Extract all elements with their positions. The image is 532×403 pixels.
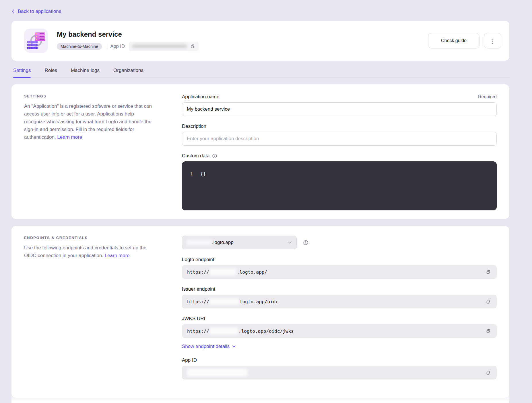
chevron-down-icon [232, 345, 236, 348]
app-logo-icon [24, 29, 48, 53]
copy-logto-endpoint-button[interactable] [485, 269, 492, 275]
logto-endpoint-field: https:// .logto.app/ [182, 265, 497, 279]
more-actions-button[interactable]: ⋮ [484, 33, 501, 48]
tab-organizations[interactable]: Organizations [113, 68, 143, 77]
jwks-uri-group: JWKS URI https:// .logto.app/oidc/jwks [182, 316, 497, 338]
tab-settings[interactable]: Settings [13, 68, 31, 77]
copy-app-id-button[interactable] [485, 369, 492, 376]
copy-icon [486, 299, 491, 304]
editor-line-number: 1 [188, 171, 193, 210]
endpoints-card-intro: ENDPOINTS & CREDENTIALS Use the followin… [24, 236, 153, 389]
endpoints-learn-more-link[interactable]: Learn more [105, 253, 130, 258]
domain-select-value: .logto.app [212, 240, 234, 245]
settings-section-description: An "Application" is a registered softwar… [24, 102, 153, 141]
custom-data-info-icon[interactable] [212, 153, 217, 159]
description-label-row: Description [182, 124, 497, 129]
settings-card-intro: SETTINGS An "Application" is a registere… [24, 94, 153, 210]
app-id-field-redacted [187, 369, 247, 376]
tab-bar: Settings Roles Machine logs Organization… [11, 68, 509, 77]
page-title: My backend service [57, 30, 199, 38]
app-id-group: App ID [182, 357, 497, 379]
endpoints-section-description: Use the following endpoints and credenti… [24, 244, 153, 259]
copy-icon[interactable] [190, 44, 195, 49]
show-endpoint-details-label: Show endpoint details [182, 344, 230, 349]
custom-data-label: Custom data [182, 153, 209, 159]
kebab-menu-icon: ⋮ [490, 38, 496, 44]
custom-data-label-row: Custom data [182, 153, 497, 159]
header-info: My backend service Machine-to-Machine Ap… [57, 30, 199, 51]
app-header-card: My backend service Machine-to-Machine Ap… [11, 21, 509, 61]
jwks-uri-suffix: .logto.app/oidc/jwks [238, 328, 294, 334]
issuer-endpoint-field: https:// logto.app/oidc [182, 295, 497, 308]
domain-redacted-prefix [187, 240, 212, 245]
endpoints-section-heading: ENDPOINTS & CREDENTIALS [24, 236, 153, 240]
jwks-uri-label-row: JWKS URI [182, 316, 497, 322]
copy-icon [486, 269, 491, 275]
logto-endpoint-label-row: Logto endpoint [182, 257, 497, 263]
issuer-endpoint-group: Issuer endpoint https:// logto.app/oidc [182, 286, 497, 308]
issuer-endpoint-prefix: https:// [187, 299, 209, 304]
domain-select-row: .logto.app [182, 236, 497, 249]
issuer-endpoint-suffix: logto.app/oidc [240, 299, 278, 304]
issuer-endpoint-redacted [210, 298, 239, 305]
app-id-chip[interactable] [129, 42, 199, 51]
chevron-down-icon [288, 241, 292, 244]
logto-endpoint-group: Logto endpoint https:// .logto.app/ [182, 257, 497, 279]
editor-code: {} [200, 171, 206, 210]
check-guide-button[interactable]: Check guide [428, 33, 479, 48]
application-name-label-row: Application name Required [182, 94, 497, 100]
required-badge: Required [478, 94, 497, 99]
app-id-redacted-value [132, 44, 187, 48]
description-label: Description [182, 124, 206, 129]
logto-endpoint-redacted [210, 269, 236, 275]
back-row: Back to applications [11, 0, 509, 14]
back-link-label: Back to applications [18, 9, 61, 14]
description-group: Description [182, 124, 497, 146]
endpoints-form: .logto.app Logto endpoint https:// .logt… [182, 236, 497, 389]
application-name-group: Application name Required [182, 94, 497, 116]
back-to-applications-link[interactable]: Back to applications [11, 9, 61, 14]
domain-info-icon[interactable] [303, 240, 308, 245]
app-id-label: App ID [110, 44, 125, 49]
chevron-left-icon [11, 9, 14, 14]
issuer-endpoint-label: Issuer endpoint [182, 286, 215, 292]
description-input[interactable] [182, 132, 497, 146]
settings-form: Application name Required Description Cu… [182, 94, 497, 210]
page-content: Back to applications [11, 0, 509, 398]
logto-endpoint-label: Logto endpoint [182, 257, 214, 263]
custom-data-editor[interactable]: 1 {} [182, 161, 497, 210]
jwks-uri-prefix: https:// [187, 328, 209, 334]
show-endpoint-details-link[interactable]: Show endpoint details [182, 344, 236, 349]
tab-roles[interactable]: Roles [44, 68, 57, 77]
domain-select[interactable]: .logto.app [182, 236, 297, 249]
application-name-input[interactable] [182, 102, 497, 116]
tab-machine-logs[interactable]: Machine logs [71, 68, 100, 77]
jwks-uri-field: https:// .logto.app/oidc/jwks [182, 324, 497, 338]
copy-icon [486, 328, 491, 334]
app-id-field [182, 366, 497, 379]
app-type-badge: Machine-to-Machine [57, 43, 102, 50]
logto-endpoint-prefix: https:// [187, 269, 209, 275]
jwks-uri-redacted [210, 328, 238, 334]
settings-section-heading: SETTINGS [24, 94, 153, 98]
app-id-field-label: App ID [182, 357, 197, 363]
logto-endpoint-suffix: .logto.app/ [237, 269, 267, 275]
settings-learn-more-link[interactable]: Learn more [57, 134, 82, 140]
settings-card: SETTINGS An "Application" is a registere… [11, 84, 509, 219]
custom-data-group: Custom data 1 {} [182, 153, 497, 210]
header-meta-row: Machine-to-Machine App ID [57, 42, 199, 51]
copy-icon [486, 370, 491, 375]
endpoints-card: ENDPOINTS & CREDENTIALS Use the followin… [11, 226, 509, 398]
copy-jwks-uri-button[interactable] [485, 328, 492, 334]
app-id-field-label-row: App ID [182, 357, 497, 363]
copy-issuer-endpoint-button[interactable] [485, 298, 492, 305]
issuer-endpoint-label-row: Issuer endpoint [182, 286, 497, 292]
jwks-uri-label: JWKS URI [182, 316, 205, 322]
settings-description-text: An "Application" is a registered softwar… [24, 103, 152, 140]
meta-divider [106, 44, 106, 49]
application-name-label: Application name [182, 94, 219, 100]
